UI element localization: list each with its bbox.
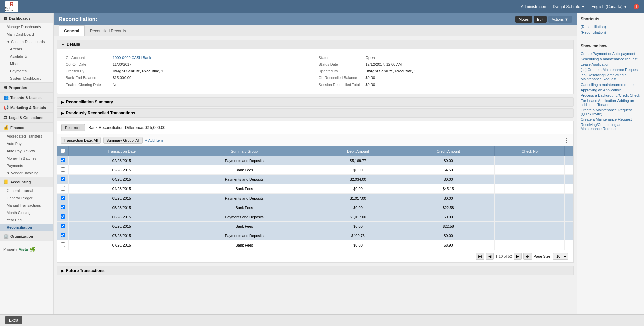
notes-button[interactable]: Notes <box>515 16 532 23</box>
table-header: Transaction Date Summary Group Debit Amo… <box>57 146 573 156</box>
sidebar-item-reconciliation[interactable]: Reconciliation <box>0 224 53 231</box>
sidebar-item-general-ledger[interactable]: General Ledger <box>0 194 53 202</box>
show-me-link-8[interactable]: For Lease Application-Adding an addition… <box>581 98 641 107</box>
last-page-button[interactable]: ⏭ <box>523 253 532 260</box>
prev-page-button[interactable]: ◀ <box>486 253 494 260</box>
col-credit-amount[interactable]: Credit Amount <box>402 146 494 156</box>
sidebar-item-month-closing[interactable]: Month Closing <box>0 209 53 216</box>
sidebar-item-year-end[interactable]: Year End <box>0 216 53 224</box>
row-checkbox[interactable] <box>61 196 65 200</box>
transaction-date-filter[interactable]: Transaction Date: All <box>61 137 101 144</box>
accounting-label: Accounting <box>10 180 31 184</box>
header-right: Administration Dwight Schrute ▼ English … <box>521 4 639 9</box>
previously-reconciled-header[interactable]: ▶ Previously Reconciled Transactions <box>57 109 573 117</box>
sidebar-tenants-header[interactable]: 👥 Tenants & Leases <box>0 93 53 102</box>
content-area: Reconciliation: Notes Edit Actions ▼ Gen… <box>54 13 644 314</box>
show-me-link-9[interactable]: Create a Maintenance Request (Quick Invi… <box>581 107 641 117</box>
row-checkbox[interactable] <box>61 242 65 247</box>
sidebar-item-misc[interactable]: Misc <box>0 60 53 67</box>
administration-link[interactable]: Administration <box>521 4 546 9</box>
show-me-link-10[interactable]: Create a Maintenance Request <box>581 117 641 122</box>
col-debit-amount[interactable]: Debit Amount <box>314 146 402 156</box>
sidebar-item-main-dashboard[interactable]: Main Dashboard <box>0 31 53 38</box>
row-checkbox[interactable] <box>61 224 65 228</box>
row-checkbox[interactable] <box>61 214 65 219</box>
reconciliation-summary-header[interactable]: ▶ Reconciliation Summary <box>57 98 573 106</box>
row-checkbox[interactable] <box>61 186 65 191</box>
cut-off-date-row: Cut Off Date 11/30/2017 <box>62 61 315 68</box>
show-me-link-5[interactable]: Cancelling a maintenance request <box>581 82 641 87</box>
shortcut-reconciliation-2[interactable]: (Reconciliation) <box>581 30 641 35</box>
show-me-link-4[interactable]: [cb] Resolving/Completing a Maintenance … <box>581 72 641 82</box>
sidebar-item-manage-dashboards[interactable]: Manage Dashboards <box>0 23 53 31</box>
row-credit: $0.00 <box>402 231 494 240</box>
row-extra <box>565 194 573 203</box>
sidebar-item-custom-dashboards[interactable]: ▼Custom Dashboards <box>0 38 53 45</box>
tab-general[interactable]: General <box>59 25 85 36</box>
sidebar-legal-header[interactable]: ⚖ Legal & Collections <box>0 113 53 122</box>
row-check-no <box>494 175 565 184</box>
select-all-checkbox[interactable] <box>61 149 65 153</box>
sidebar-organization-header[interactable]: 🏢 Organization <box>0 231 53 241</box>
row-checkbox[interactable] <box>61 177 65 181</box>
row-extra <box>565 231 573 240</box>
show-me-link-2[interactable]: Lease Application <box>581 62 641 67</box>
table-row: 06/28/2015 Payments and Deposits $1,017.… <box>57 212 573 222</box>
sidebar-item-auto-pay[interactable]: Auto Pay <box>0 140 53 147</box>
sidebar-properties-header[interactable]: ⊞ Properties <box>0 83 53 92</box>
gl-account-link[interactable]: 1000-0000:CASH Bank <box>113 56 151 60</box>
sidebar-item-auto-pay-review[interactable]: Auto Pay Review <box>0 147 53 155</box>
extra-button[interactable]: Extra <box>5 316 22 324</box>
row-checkbox[interactable] <box>61 233 65 237</box>
next-page-button[interactable]: ▶ <box>514 253 522 260</box>
shortcut-reconciliation-1[interactable]: (Reconciliation) <box>581 24 641 30</box>
sidebar-accounting-header[interactable]: 📒 Accounting <box>0 177 53 187</box>
show-me-link-6[interactable]: Approving an Application <box>581 87 641 93</box>
page-size-select[interactable]: 10 25 50 <box>553 253 568 260</box>
sidebar-item-payments[interactable]: Payments <box>0 67 53 75</box>
table-row: 02/28/2015 Payments and Deposits $5,169.… <box>57 156 573 165</box>
row-checkbox[interactable] <box>61 158 65 162</box>
show-me-link-3[interactable]: [cb] Create a Maintenance Request <box>581 67 641 72</box>
reconcile-button[interactable]: Reconcile <box>61 124 85 131</box>
col-summary-group[interactable]: Summary Group <box>175 146 314 156</box>
future-transactions-header[interactable]: ▶ Future Transactions <box>57 266 573 275</box>
row-check-no <box>494 156 565 165</box>
show-me-link-7[interactable]: Process a Background/Credit Check <box>581 93 641 98</box>
sidebar-item-availability[interactable]: Availability <box>0 53 53 60</box>
sidebar-finance-header[interactable]: 💰 Finance <box>0 123 53 132</box>
sidebar-item-aggregated-transfers[interactable]: Aggregated Transfers <box>0 132 53 140</box>
col-check-no[interactable]: Check No <box>494 146 565 156</box>
details-panel-header[interactable]: ▼ Details <box>57 40 573 49</box>
row-checkbox[interactable] <box>61 205 65 209</box>
col-transaction-date[interactable]: Transaction Date <box>69 146 175 156</box>
add-item-link[interactable]: + Add Item <box>145 138 163 142</box>
row-checkbox[interactable] <box>61 167 65 172</box>
first-page-button[interactable]: ⏮ <box>476 253 484 260</box>
sidebar-item-arrears[interactable]: Arrears <box>0 45 53 53</box>
show-me-link-1[interactable]: Scheduling a maintenance request <box>581 56 641 62</box>
sidebar-marketing-header[interactable]: 📢 Marketing & Rentals <box>0 103 53 112</box>
language-menu[interactable]: English (Canada) ▼ <box>591 4 627 9</box>
sidebar-item-payments[interactable]: Payments <box>0 162 53 169</box>
summary-group-filter[interactable]: Summary Group: All <box>103 137 142 144</box>
sidebar-item-money-in-batches[interactable]: Money In Batches <box>0 155 53 162</box>
edit-button[interactable]: Edit <box>534 16 547 23</box>
sidebar-item-general-journal[interactable]: General Journal <box>0 187 53 194</box>
sidebar-item-vendor-invoicing[interactable]: ▼Vendor Invoicing <box>0 169 53 177</box>
sidebar-dashboards-header[interactable]: ▦ Dashboards <box>0 13 53 23</box>
dashboards-label: Dashboards <box>9 16 31 20</box>
show-me-link-0[interactable]: Create Payment or Auto payment <box>581 51 641 56</box>
actions-button[interactable]: Actions ▼ <box>548 16 572 23</box>
kebab-menu[interactable]: ⋮ <box>564 137 570 144</box>
sidebar-item-system-dashboard[interactable]: System Dashboard <box>0 75 53 82</box>
tab-reconciled-records[interactable]: Reconciled Records <box>85 25 131 36</box>
sidebar-section-organization: 🏢 Organization <box>0 231 53 241</box>
row-checkbox-cell <box>57 184 69 194</box>
user-menu[interactable]: Dwight Schrute ▼ <box>553 4 585 9</box>
show-me-link-11[interactable]: Resolving/Completing a Maintenance Reque… <box>581 122 641 131</box>
notification-badge[interactable]: 1 <box>634 4 639 9</box>
sidebar-item-manual-transactions[interactable]: Manual Transactions <box>0 202 53 209</box>
row-checkbox-cell <box>57 175 69 184</box>
actions-dropdown-arrow: ▼ <box>565 17 568 21</box>
